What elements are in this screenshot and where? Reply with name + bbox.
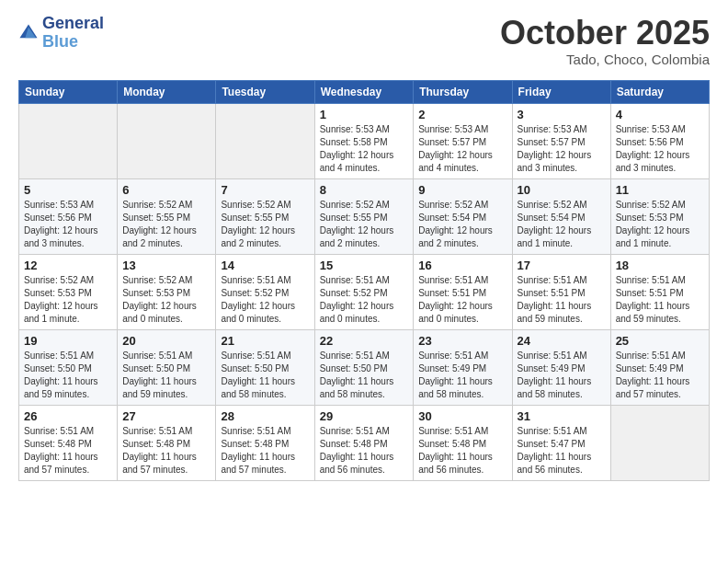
weekday-header-tuesday: Tuesday — [216, 80, 314, 103]
day-number: 12 — [24, 259, 112, 272]
calendar-cell: 7Sunrise: 5:52 AM Sunset: 5:55 PM Daylig… — [216, 178, 314, 254]
calendar-cell: 13Sunrise: 5:52 AM Sunset: 5:53 PM Dayli… — [118, 254, 216, 329]
day-number: 11 — [616, 183, 704, 197]
calendar-cell: 16Sunrise: 5:51 AM Sunset: 5:51 PM Dayli… — [414, 254, 512, 329]
day-number: 8 — [320, 183, 409, 197]
day-info: Sunrise: 5:53 AM Sunset: 5:56 PM Dayligh… — [616, 123, 704, 175]
day-number: 27 — [122, 409, 210, 423]
day-number: 1 — [320, 108, 409, 121]
day-number: 22 — [320, 334, 409, 348]
day-info: Sunrise: 5:51 AM Sunset: 5:49 PM Dayligh… — [616, 350, 704, 401]
day-info: Sunrise: 5:52 AM Sunset: 5:55 PM Dayligh… — [320, 199, 409, 250]
day-info: Sunrise: 5:53 AM Sunset: 5:57 PM Dayligh… — [418, 123, 506, 175]
day-info: Sunrise: 5:51 AM Sunset: 5:51 PM Dayligh… — [518, 274, 606, 326]
day-info: Sunrise: 5:51 AM Sunset: 5:49 PM Dayligh… — [418, 350, 506, 401]
day-info: Sunrise: 5:52 AM Sunset: 5:55 PM Dayligh… — [122, 199, 210, 250]
day-info: Sunrise: 5:51 AM Sunset: 5:47 PM Dayligh… — [518, 425, 606, 477]
calendar-body: 1Sunrise: 5:53 AM Sunset: 5:58 PM Daylig… — [19, 103, 710, 480]
day-number: 10 — [518, 183, 606, 197]
calendar-cell: 27Sunrise: 5:51 AM Sunset: 5:48 PM Dayli… — [118, 405, 216, 480]
month-title: October 2025 — [500, 15, 710, 52]
calendar-cell: 8Sunrise: 5:52 AM Sunset: 5:55 PM Daylig… — [314, 178, 414, 254]
day-number: 28 — [221, 409, 309, 423]
calendar-cell: 9Sunrise: 5:52 AM Sunset: 5:54 PM Daylig… — [414, 178, 512, 254]
calendar-cell: 6Sunrise: 5:52 AM Sunset: 5:55 PM Daylig… — [118, 178, 216, 254]
calendar-cell: 25Sunrise: 5:51 AM Sunset: 5:49 PM Dayli… — [610, 329, 709, 405]
day-info: Sunrise: 5:52 AM Sunset: 5:53 PM Dayligh… — [122, 274, 210, 326]
weekday-header-thursday: Thursday — [414, 80, 512, 103]
logo-line2: Blue — [42, 33, 104, 52]
calendar-week-2: 12Sunrise: 5:52 AM Sunset: 5:53 PM Dayli… — [19, 254, 710, 329]
day-info: Sunrise: 5:51 AM Sunset: 5:51 PM Dayligh… — [616, 274, 704, 326]
day-number: 4 — [616, 108, 704, 121]
day-number: 18 — [616, 259, 704, 272]
calendar-cell: 26Sunrise: 5:51 AM Sunset: 5:48 PM Dayli… — [19, 405, 118, 480]
day-number: 23 — [418, 334, 506, 348]
weekday-header-saturday: Saturday — [610, 80, 709, 103]
calendar-cell: 29Sunrise: 5:51 AM Sunset: 5:48 PM Dayli… — [314, 405, 414, 480]
day-number: 29 — [320, 409, 409, 423]
calendar-week-4: 26Sunrise: 5:51 AM Sunset: 5:48 PM Dayli… — [19, 405, 710, 480]
calendar-cell — [216, 103, 314, 178]
calendar-cell: 19Sunrise: 5:51 AM Sunset: 5:50 PM Dayli… — [19, 329, 118, 405]
day-info: Sunrise: 5:52 AM Sunset: 5:53 PM Dayligh… — [24, 274, 112, 326]
calendar-cell: 1Sunrise: 5:53 AM Sunset: 5:58 PM Daylig… — [314, 103, 414, 178]
calendar-cell: 20Sunrise: 5:51 AM Sunset: 5:50 PM Dayli… — [118, 329, 216, 405]
day-info: Sunrise: 5:51 AM Sunset: 5:52 PM Dayligh… — [221, 274, 309, 326]
calendar-cell: 14Sunrise: 5:51 AM Sunset: 5:52 PM Dayli… — [216, 254, 314, 329]
day-number: 25 — [616, 334, 704, 348]
calendar-cell: 4Sunrise: 5:53 AM Sunset: 5:56 PM Daylig… — [610, 103, 709, 178]
calendar-cell: 10Sunrise: 5:52 AM Sunset: 5:54 PM Dayli… — [512, 178, 610, 254]
calendar-cell — [19, 103, 118, 178]
calendar-grid: SundayMondayTuesdayWednesdayThursdayFrid… — [18, 80, 710, 481]
day-info: Sunrise: 5:51 AM Sunset: 5:50 PM Dayligh… — [221, 350, 309, 401]
logo: General Blue — [18, 15, 104, 52]
day-info: Sunrise: 5:53 AM Sunset: 5:57 PM Dayligh… — [518, 123, 606, 175]
day-number: 15 — [320, 259, 409, 272]
header: General Blue October 2025 Tado, Choco, C… — [18, 15, 710, 67]
day-number: 30 — [418, 409, 506, 423]
day-number: 6 — [122, 183, 210, 197]
calendar-cell: 24Sunrise: 5:51 AM Sunset: 5:49 PM Dayli… — [512, 329, 610, 405]
weekday-header-row: SundayMondayTuesdayWednesdayThursdayFrid… — [19, 80, 710, 103]
calendar-cell: 5Sunrise: 5:53 AM Sunset: 5:56 PM Daylig… — [19, 178, 118, 254]
day-number: 21 — [221, 334, 309, 348]
day-info: Sunrise: 5:53 AM Sunset: 5:58 PM Dayligh… — [320, 123, 409, 175]
calendar-cell — [118, 103, 216, 178]
day-info: Sunrise: 5:51 AM Sunset: 5:49 PM Dayligh… — [518, 350, 606, 401]
day-number: 19 — [24, 334, 112, 348]
day-number: 16 — [418, 259, 506, 272]
day-number: 9 — [418, 183, 506, 197]
day-info: Sunrise: 5:52 AM Sunset: 5:53 PM Dayligh… — [616, 199, 704, 250]
calendar-cell: 23Sunrise: 5:51 AM Sunset: 5:49 PM Dayli… — [414, 329, 512, 405]
calendar-cell: 31Sunrise: 5:51 AM Sunset: 5:47 PM Dayli… — [512, 405, 610, 480]
calendar-cell: 3Sunrise: 5:53 AM Sunset: 5:57 PM Daylig… — [512, 103, 610, 178]
logo-icon — [18, 23, 39, 43]
weekday-header-sunday: Sunday — [19, 80, 118, 103]
calendar-cell: 18Sunrise: 5:51 AM Sunset: 5:51 PM Dayli… — [610, 254, 709, 329]
calendar-cell: 22Sunrise: 5:51 AM Sunset: 5:50 PM Dayli… — [314, 329, 414, 405]
day-number: 31 — [518, 409, 606, 423]
calendar-container: General Blue October 2025 Tado, Choco, C… — [0, 0, 728, 496]
day-number: 14 — [221, 259, 309, 272]
day-info: Sunrise: 5:51 AM Sunset: 5:48 PM Dayligh… — [418, 425, 506, 477]
calendar-cell: 12Sunrise: 5:52 AM Sunset: 5:53 PM Dayli… — [19, 254, 118, 329]
day-info: Sunrise: 5:51 AM Sunset: 5:48 PM Dayligh… — [221, 425, 309, 477]
calendar-cell: 28Sunrise: 5:51 AM Sunset: 5:48 PM Dayli… — [216, 405, 314, 480]
weekday-header-monday: Monday — [118, 80, 216, 103]
day-number: 24 — [518, 334, 606, 348]
location: Tado, Choco, Colombia — [500, 52, 710, 67]
calendar-cell: 2Sunrise: 5:53 AM Sunset: 5:57 PM Daylig… — [414, 103, 512, 178]
day-info: Sunrise: 5:51 AM Sunset: 5:50 PM Dayligh… — [24, 350, 112, 401]
calendar-cell: 11Sunrise: 5:52 AM Sunset: 5:53 PM Dayli… — [610, 178, 709, 254]
calendar-cell: 21Sunrise: 5:51 AM Sunset: 5:50 PM Dayli… — [216, 329, 314, 405]
day-info: Sunrise: 5:52 AM Sunset: 5:55 PM Dayligh… — [221, 199, 309, 250]
day-info: Sunrise: 5:51 AM Sunset: 5:48 PM Dayligh… — [122, 425, 210, 477]
title-block: October 2025 Tado, Choco, Colombia — [500, 15, 710, 67]
weekday-header-wednesday: Wednesday — [314, 80, 414, 103]
logo-line1: General — [42, 15, 104, 33]
calendar-week-1: 5Sunrise: 5:53 AM Sunset: 5:56 PM Daylig… — [19, 178, 710, 254]
day-number: 3 — [518, 108, 606, 121]
day-info: Sunrise: 5:51 AM Sunset: 5:48 PM Dayligh… — [24, 425, 112, 477]
day-info: Sunrise: 5:51 AM Sunset: 5:51 PM Dayligh… — [418, 274, 506, 326]
